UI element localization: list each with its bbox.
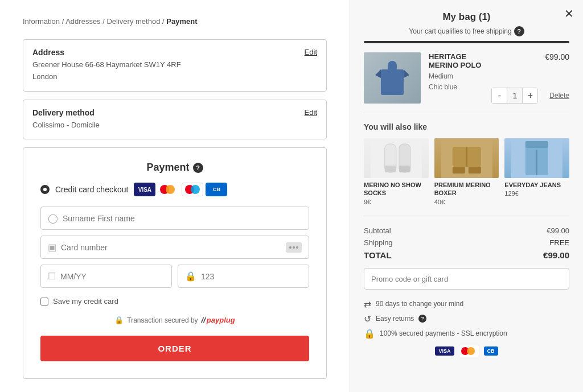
svg-rect-2 bbox=[381, 69, 404, 95]
product-name: HERITAGE MERINO POLO bbox=[429, 52, 483, 69]
card-number-input-wrapper: ▣ bbox=[40, 236, 309, 259]
save-card-row: Save my credit card bbox=[40, 297, 309, 306]
socks-price: 9€ bbox=[364, 199, 429, 205]
socks-image bbox=[364, 138, 429, 178]
payment-title: Payment ? bbox=[40, 162, 309, 174]
shipping-help-icon[interactable]: ? bbox=[514, 26, 524, 36]
address-line2: London bbox=[32, 71, 317, 83]
secure-row: 🔒 Transaction secured by // payplug bbox=[40, 316, 309, 324]
also-like-item-boxer[interactable]: PREMIUM MERINO BOXER 40€ bbox=[434, 138, 499, 205]
product-image bbox=[364, 52, 421, 104]
trust-row-1: ⇄ 90 days to change your mind bbox=[364, 299, 569, 310]
payment-help-icon[interactable]: ? bbox=[193, 163, 203, 173]
surname-input[interactable] bbox=[63, 214, 302, 223]
quantity-plus-button[interactable]: + bbox=[523, 88, 537, 103]
subtotal-label: Subtotal bbox=[364, 226, 391, 235]
secure-text: Transaction secured by bbox=[127, 316, 198, 324]
address-edit-button[interactable]: Edit bbox=[305, 48, 317, 56]
bottom-card-icons: VISA CB bbox=[364, 345, 569, 357]
svg-marker-3 bbox=[375, 69, 381, 78]
delivery-detail: Colissimo - Domicile bbox=[32, 119, 317, 131]
shipping-progress-fill bbox=[364, 41, 569, 43]
promo-input-wrapper bbox=[364, 268, 569, 290]
payplug-logo: // payplug bbox=[202, 316, 235, 324]
delivery-edit-button[interactable]: Edit bbox=[305, 108, 317, 117]
trust-text-1: 90 days to change your mind bbox=[376, 300, 463, 308]
maestro-icon bbox=[182, 183, 203, 196]
svg-point-1 bbox=[191, 185, 200, 194]
also-like-item-socks[interactable]: MERINO NO SHOW SOCKS 9€ bbox=[364, 138, 429, 205]
shipping-value: FREE bbox=[549, 238, 569, 247]
save-card-checkbox[interactable] bbox=[40, 298, 48, 306]
save-card-label: Save my credit card bbox=[53, 297, 118, 306]
mastercard-icon bbox=[158, 183, 179, 196]
trust-row-2: ↺ Easy returns ? bbox=[364, 313, 569, 324]
promo-input[interactable] bbox=[371, 275, 562, 283]
delete-item-link[interactable]: Delete bbox=[549, 92, 569, 100]
socks-name: MERINO NO SHOW SOCKS bbox=[364, 181, 429, 197]
quantity-minus-button[interactable]: - bbox=[492, 88, 507, 103]
person-icon: ◯ bbox=[48, 213, 58, 224]
lock-icon: 🔒 bbox=[185, 271, 196, 282]
shipping-label: Shipping bbox=[364, 238, 393, 247]
returns-icon: ↺ bbox=[364, 313, 371, 324]
svg-marker-4 bbox=[404, 69, 409, 78]
right-panel: ✕ My bag (1) Your cart qualifies to free… bbox=[350, 0, 583, 392]
also-like-title: You will also like bbox=[364, 122, 569, 131]
order-button[interactable]: ORDER bbox=[40, 336, 309, 361]
address-line1: Greener House 66-68 Haymarket SW1Y 4RF bbox=[32, 59, 317, 71]
cvv-input[interactable] bbox=[201, 272, 302, 281]
boxer-price: 40€ bbox=[434, 199, 499, 205]
boxer-image bbox=[434, 138, 499, 178]
expiry-input[interactable] bbox=[60, 272, 165, 281]
cart-item: HERITAGE MERINO POLO Medium Chic blue €9… bbox=[364, 52, 569, 113]
delivery-title: Delivery method bbox=[32, 108, 317, 117]
bottom-visa-icon: VISA bbox=[435, 346, 454, 356]
jeans-price: 129€ bbox=[504, 190, 569, 197]
svg-rect-5 bbox=[388, 61, 397, 72]
free-shipping-note: Your cart qualifies to free shipping ? bbox=[364, 26, 569, 36]
delivery-card: Delivery method Colissimo - Domicile Edi… bbox=[23, 100, 327, 140]
trust-text-3: 100% secured payments - SSL encryption bbox=[380, 329, 507, 337]
product-details: HERITAGE MERINO POLO Medium Chic blue bbox=[429, 52, 483, 104]
cvv-input-wrapper: 🔒 bbox=[178, 265, 309, 288]
svg-rect-10 bbox=[399, 166, 410, 172]
svg-rect-14 bbox=[453, 167, 465, 174]
payment-method-row: Credit card checkout VISA CB bbox=[40, 183, 309, 196]
date-input-wrapper: ☐ bbox=[40, 265, 172, 288]
jeans-name: EVERYDAY JEANS bbox=[504, 181, 569, 189]
ssl-icon: 🔒 bbox=[364, 328, 375, 339]
breadcrumb-addresses: Addresses bbox=[65, 17, 100, 26]
card-number-input[interactable] bbox=[61, 243, 281, 252]
also-like-grid: MERINO NO SHOW SOCKS 9€ PREMIUM MERINO B… bbox=[364, 138, 569, 216]
trust-text-2: Easy returns bbox=[376, 315, 414, 323]
exchange-icon: ⇄ bbox=[364, 299, 371, 310]
credit-card-radio[interactable] bbox=[40, 185, 50, 194]
bottom-mastercard-icon bbox=[459, 345, 479, 357]
breadcrumb: Information / Addresses / Delivery metho… bbox=[23, 17, 327, 26]
visa-card-icon: VISA bbox=[134, 183, 155, 196]
total-value: €99.00 bbox=[543, 250, 569, 260]
credit-card-label: Credit card checkout bbox=[55, 185, 128, 194]
quantity-controls: - 1 + bbox=[491, 88, 538, 104]
item-price: €99.00 bbox=[545, 52, 569, 61]
bag-title: My bag (1) bbox=[364, 11, 569, 23]
item-meta-row: - 1 + Delete bbox=[491, 88, 569, 104]
also-like-item-jeans[interactable]: EVERYDAY JEANS 129€ bbox=[504, 138, 569, 205]
payment-card: Payment ? Credit card checkout VISA CB bbox=[23, 147, 327, 379]
quantity-value: 1 bbox=[507, 88, 523, 103]
cb-card-icon: CB bbox=[206, 183, 227, 196]
shipping-row: Shipping FREE bbox=[364, 238, 569, 247]
breadcrumb-current: Payment bbox=[166, 17, 197, 26]
close-button[interactable]: ✕ bbox=[564, 8, 574, 19]
total-label: TOTAL bbox=[364, 250, 392, 260]
product-variant1: Medium bbox=[429, 71, 483, 82]
svg-rect-19 bbox=[525, 141, 548, 148]
breadcrumb-information: Information bbox=[23, 17, 60, 26]
trust-row-3: 🔒 100% secured payments - SSL encryption bbox=[364, 328, 569, 339]
address-card: Address Greener House 66-68 Haymarket SW… bbox=[23, 39, 327, 92]
card-more-icon bbox=[286, 242, 302, 253]
address-title: Address bbox=[32, 48, 317, 57]
returns-help-icon[interactable]: ? bbox=[418, 315, 426, 323]
card-icon-field: ▣ bbox=[48, 242, 56, 253]
